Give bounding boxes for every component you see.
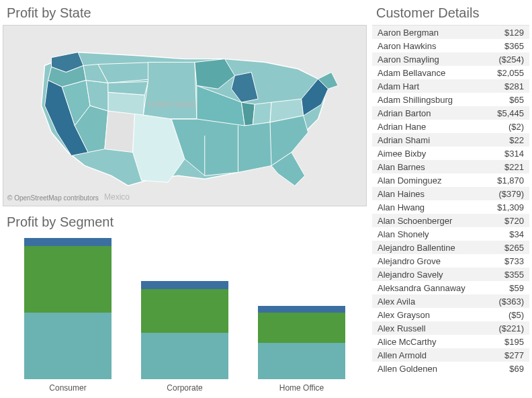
customer-name: Alejandro Ballentine — [378, 243, 455, 253]
profit-by-segment-sheet: Profit by Segment ConsumerCorporateHome … — [3, 212, 367, 397]
customer-name: Adam Bellavance — [378, 68, 445, 78]
customer-value: $34 — [509, 229, 524, 239]
customer-name: Alex Russell — [378, 323, 426, 333]
customer-table[interactable]: Aaron Bergman$129Aaron Hawkins$365Aaron … — [372, 25, 529, 395]
table-row[interactable]: Adam Shillingsburg$65 — [372, 93, 529, 106]
table-row[interactable]: Alice McCarthy$195 — [372, 335, 529, 348]
customer-value: ($221) — [498, 323, 524, 333]
left-column: Profit by State — [3, 3, 367, 395]
bar-segment[interactable] — [24, 313, 112, 379]
customer-name: Alejandro Savely — [378, 270, 443, 280]
customer-value: $1,870 — [497, 175, 524, 186]
table-row[interactable]: Adrian Hane($2) — [372, 120, 529, 133]
customer-name: Aimee Bixby — [378, 149, 426, 159]
profit-by-state-sheet: Profit by State — [3, 3, 367, 206]
customer-value: $720 — [504, 216, 524, 226]
segment-bar-chart[interactable] — [3, 234, 367, 379]
table-row[interactable]: Aimee Bixby$314 — [372, 147, 529, 160]
customer-name: Alan Shonely — [378, 229, 429, 239]
customer-name: Adam Hart — [378, 81, 419, 91]
table-row[interactable]: Adam Bellavance$2,055 — [372, 66, 529, 79]
segment-title: Profit by Segment — [3, 212, 367, 234]
customer-value: $221 — [504, 162, 524, 172]
map-center-label: United States — [148, 100, 196, 109]
bar-segment[interactable] — [258, 313, 345, 343]
bar-segment[interactable] — [258, 343, 345, 379]
bar-segment[interactable] — [141, 281, 228, 289]
customer-value: $733 — [504, 256, 524, 266]
table-row[interactable]: Alan Dominguez$1,870 — [372, 173, 529, 187]
customer-value: $265 — [504, 243, 524, 253]
customer-value: $5,445 — [497, 108, 524, 118]
customer-value: $59 — [509, 283, 524, 293]
customer-value: $129 — [504, 28, 524, 38]
table-row[interactable]: Alan Barnes$221 — [372, 160, 529, 173]
bar-segment[interactable] — [24, 246, 112, 313]
customer-value: ($379) — [498, 189, 524, 199]
customer-name: Alan Dominguez — [378, 175, 441, 186]
customer-name: Adrian Hane — [378, 122, 426, 132]
customer-name: Alan Hwang — [378, 202, 425, 212]
bar[interactable] — [24, 238, 112, 379]
table-row[interactable]: Alan Haines($379) — [372, 187, 529, 200]
table-row[interactable]: Alejandro Grove$733 — [372, 254, 529, 268]
customer-name: Allen Armold — [378, 350, 427, 360]
bar-segment[interactable] — [141, 333, 228, 379]
customer-name: Alex Grayson — [378, 310, 430, 320]
customer-name: Alan Schoenberger — [378, 216, 452, 226]
bar-category-label: Corporate — [134, 383, 235, 393]
table-row[interactable]: Alex Grayson($5) — [372, 308, 529, 321]
customer-name: Aaron Bergman — [378, 28, 439, 38]
us-choropleth-map[interactable]: United States Mexico © OpenStreetMap con… — [3, 25, 367, 206]
customer-name: Adrian Barton — [378, 108, 431, 118]
table-row[interactable]: Adrian Shami$22 — [372, 133, 529, 147]
customers-title: Customer Details — [372, 3, 529, 25]
table-row[interactable]: Alan Hwang$1,309 — [372, 200, 529, 214]
table-row[interactable]: Adam Hart$281 — [372, 79, 529, 93]
customer-value: $2,055 — [497, 68, 524, 78]
bar-segment[interactable] — [258, 306, 345, 313]
bar[interactable] — [258, 306, 345, 379]
customer-details-sheet: Customer Details Aaron Bergman$129Aaron … — [367, 3, 529, 395]
customer-name: Alan Barnes — [378, 162, 425, 172]
bar-segment[interactable] — [24, 238, 112, 246]
customer-name: Alejandro Grove — [378, 256, 441, 266]
customer-value: $365 — [504, 41, 524, 51]
bar[interactable] — [141, 281, 228, 379]
customer-name: Aleksandra Gannaway — [378, 283, 466, 293]
customer-value: $195 — [504, 337, 524, 347]
table-row[interactable]: Aaron Hawkins$365 — [372, 39, 529, 52]
bar-category-label: Consumer — [17, 383, 118, 393]
table-row[interactable]: Alan Shonely$34 — [372, 227, 529, 241]
customer-name: Aaron Hawkins — [378, 41, 436, 51]
table-row[interactable]: Alex Russell($221) — [372, 321, 529, 335]
bar-segment[interactable] — [141, 289, 228, 332]
map-svg — [3, 26, 366, 206]
customer-value: ($363) — [498, 296, 524, 307]
customer-name: Allen Goldenen — [378, 364, 437, 374]
table-row[interactable]: Alan Schoenberger$720 — [372, 214, 529, 227]
customer-name: Alex Avila — [378, 296, 415, 307]
table-row[interactable]: Aaron Smayling($254) — [372, 52, 529, 66]
customer-value: $1,309 — [497, 202, 524, 212]
customer-name: Alice McCarthy — [378, 337, 436, 347]
customer-value: $314 — [504, 149, 524, 159]
table-row[interactable]: Allen Armold$277 — [372, 348, 529, 362]
customer-value: ($2) — [508, 122, 524, 132]
customer-value: $65 — [509, 95, 524, 105]
table-row[interactable]: Alex Avila($363) — [372, 294, 529, 308]
customer-value: ($5) — [508, 310, 524, 320]
customer-value: ($254) — [498, 54, 524, 65]
map-attribution: © OpenStreetMap contributors — [7, 194, 99, 202]
table-row[interactable]: Alejandro Ballentine$265 — [372, 241, 529, 254]
customer-value: $281 — [504, 81, 524, 91]
customer-value: $355 — [504, 270, 524, 280]
table-row[interactable]: Alejandro Savely$355 — [372, 268, 529, 281]
dashboard: Profit by State — [0, 0, 532, 398]
table-row[interactable]: Allen Goldenen$69 — [372, 362, 529, 375]
map-title: Profit by State — [3, 3, 367, 25]
table-row[interactable]: Aaron Bergman$129 — [372, 26, 529, 39]
table-row[interactable]: Aleksandra Gannaway$59 — [372, 281, 529, 294]
table-row[interactable]: Adrian Barton$5,445 — [372, 106, 529, 120]
customer-value: $22 — [509, 135, 524, 145]
